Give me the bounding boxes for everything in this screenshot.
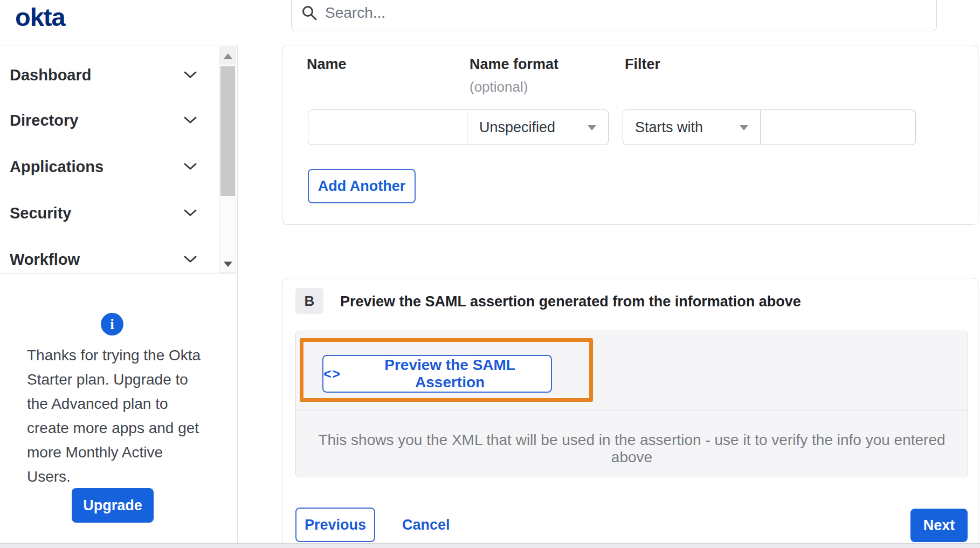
scrollbar-thumb[interactable]	[220, 66, 235, 196]
filter-value-input[interactable]	[761, 109, 916, 145]
search-input[interactable]	[325, 0, 936, 31]
search-icon	[301, 5, 318, 21]
previous-button[interactable]: Previous	[295, 508, 375, 542]
filter-type-dropdown[interactable]: Starts with	[623, 109, 761, 145]
name-format-selected-value: Unspecified	[479, 119, 555, 136]
preview-panel: <> Preview the SAML Assertion This shows…	[295, 331, 968, 477]
dropdown-caret-icon	[740, 125, 748, 131]
name-format-column-label: Name format	[470, 56, 558, 73]
sidebar-item-label: Workflow	[10, 251, 80, 269]
sidebar-item-label: Directory	[10, 112, 78, 129]
name-format-dropdown[interactable]: Unspecified	[467, 109, 609, 145]
sidebar: Dashboard Directory Applications Securit…	[0, 45, 238, 543]
sidebar-item-workflow[interactable]: Workflow	[0, 241, 218, 278]
name-input[interactable]	[308, 109, 467, 145]
sidebar-nav: Dashboard Directory Applications Securit…	[0, 45, 238, 273]
upgrade-button[interactable]: Upgrade	[72, 488, 154, 523]
chevron-down-icon	[184, 163, 197, 170]
info-icon: i	[101, 313, 123, 335]
sidebar-scrollbar[interactable]	[219, 46, 236, 273]
cancel-link[interactable]: Cancel	[402, 508, 450, 542]
add-another-button[interactable]: Add Another	[308, 169, 416, 203]
attribute-statements-card: Name Name format (optional) Filter Unspe…	[282, 45, 978, 225]
section-title: Preview the SAML assertion generated fro…	[340, 293, 801, 310]
plan-notice-text: Thanks for trying the Okta Starter plan.…	[27, 343, 208, 489]
triangle-down-icon	[224, 262, 232, 267]
panel-divider	[296, 410, 968, 410]
sidebar-item-security[interactable]: Security	[0, 194, 218, 232]
sidebar-item-directory[interactable]: Directory	[0, 101, 218, 139]
chevron-down-icon	[184, 117, 197, 124]
code-icon: <>	[323, 366, 341, 382]
step-b-badge: B	[295, 288, 323, 314]
dropdown-caret-icon	[588, 125, 596, 131]
sidebar-item-label: Dashboard	[10, 66, 91, 84]
sidebar-item-label: Applications	[10, 158, 103, 176]
preview-saml-assertion-button[interactable]: <> Preview the SAML Assertion	[322, 355, 552, 393]
triangle-up-icon	[224, 53, 232, 59]
filter-column-label: Filter	[625, 56, 660, 73]
sidebar-item-dashboard[interactable]: Dashboard	[0, 56, 218, 94]
chevron-down-icon	[184, 71, 197, 79]
filter-type-selected-value: Starts with	[635, 119, 703, 136]
chevron-down-icon	[184, 209, 197, 217]
next-button[interactable]: Next	[910, 509, 968, 542]
highlight-annotation: <> Preview the SAML Assertion	[300, 338, 593, 402]
bottom-edge-strip	[0, 543, 980, 548]
optional-label: (optional)	[470, 79, 528, 95]
okta-logo: okta	[15, 2, 65, 32]
name-column-label: Name	[307, 56, 347, 73]
preview-description: This shows you the XML that will be used…	[296, 431, 968, 466]
scroll-down-button[interactable]	[220, 255, 236, 273]
global-search[interactable]	[291, 0, 937, 31]
chevron-down-icon	[184, 256, 197, 263]
sidebar-item-applications[interactable]: Applications	[0, 148, 218, 186]
saml-preview-card: B Preview the SAML assertion generated f…	[282, 278, 978, 548]
scroll-up-button[interactable]	[220, 47, 236, 65]
sidebar-item-label: Security	[10, 204, 71, 222]
preview-button-label: Preview the SAML Assertion	[349, 357, 551, 391]
